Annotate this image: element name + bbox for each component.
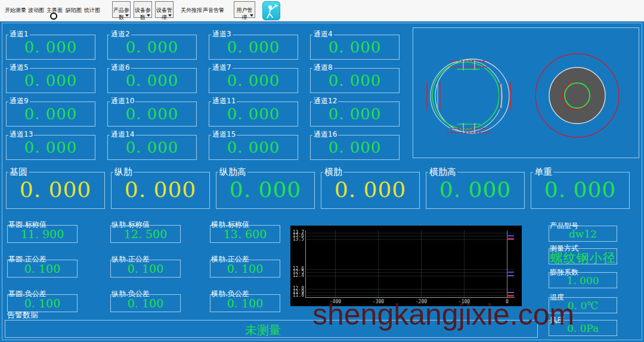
- measurement-box: 纵肋0. 000: [111, 172, 210, 209]
- channel-value: 0. 000: [209, 72, 298, 90]
- measurement-value: 0. 000: [531, 177, 629, 202]
- y-gridline: [305, 236, 514, 236]
- y-gridline: [305, 233, 514, 233]
- parameter-value: 0. 100: [210, 297, 280, 310]
- chevron-down-icon: [147, 14, 150, 17]
- x-tick-label: 0: [498, 300, 516, 304]
- channel-value: 0. 000: [7, 38, 95, 56]
- measurement-box: 横肋0. 000: [321, 172, 420, 209]
- product-params-button[interactable]: 产品参数: [112, 1, 131, 18]
- measurement-value: 0. 000: [426, 177, 524, 202]
- channel-box: 通道60. 000: [107, 68, 197, 93]
- info-field[interactable]: 0. 0Pa: [549, 320, 617, 336]
- measurement-value: 0. 000: [321, 177, 419, 202]
- channel-box: 通道30. 000: [209, 35, 298, 60]
- channel-label: 通道16: [312, 131, 338, 138]
- user-manage-button[interactable]: 用户管理: [234, 1, 255, 18]
- diameter-rings-diagram: [535, 54, 619, 137]
- device-manage-label: 设备管理: [156, 7, 172, 20]
- info-field[interactable]: 0. 0℃: [549, 297, 617, 313]
- parameter-field[interactable]: 0. 100: [110, 260, 181, 278]
- device-params-label: 设备参数: [135, 7, 151, 20]
- channel-label: 通道8: [312, 64, 334, 72]
- channel-label: 通道1: [8, 30, 30, 38]
- measurement-box: 基圆0. 000: [6, 172, 105, 209]
- parameter-value: 0. 100: [111, 297, 180, 310]
- channel-label: 通道15: [211, 131, 237, 138]
- parameter-field[interactable]: 13. 600: [210, 225, 280, 243]
- info-field[interactable]: 1. 000: [549, 272, 617, 288]
- chevron-down-icon: [250, 14, 253, 17]
- info-value: 螺纹钢小径: [549, 249, 617, 266]
- menu-sound-alarm[interactable]: 声音告警: [203, 7, 224, 14]
- measurement-value: 0. 000: [7, 177, 104, 202]
- channel-box: 通道110. 000: [209, 101, 298, 127]
- parameter-value: 0. 100: [8, 262, 77, 275]
- channel-value: 0. 000: [108, 72, 196, 90]
- device-params-button[interactable]: 设备参数: [134, 1, 152, 18]
- measurement-label: 横肋高: [428, 167, 457, 177]
- channel-value: 0. 000: [311, 72, 399, 90]
- parameter-value: 0. 100: [8, 297, 77, 310]
- measurement-box: 横肋高0. 000: [426, 172, 525, 209]
- x-gridline: [421, 230, 422, 297]
- measurement-value: 0. 000: [216, 177, 314, 202]
- channel-box: 通道140. 000: [107, 135, 197, 160]
- channel-box: 通道150. 000: [209, 135, 298, 160]
- parameter-field[interactable]: 0. 100: [210, 260, 280, 278]
- info-field[interactable]: 螺纹钢小径: [549, 248, 617, 264]
- channel-box: 通道90. 000: [6, 101, 95, 127]
- channel-label: 通道12: [312, 97, 338, 105]
- measurement-label: 纵肋高: [218, 167, 247, 177]
- channel-label: 通道2: [110, 30, 131, 38]
- menu-extrapolate-toggle[interactable]: 关外推报: [181, 7, 202, 14]
- run-app-button[interactable]: [262, 1, 280, 20]
- series-segment: [507, 275, 514, 276]
- cross-section-panel: [413, 27, 639, 158]
- info-value: 1. 000: [549, 275, 617, 286]
- measurement-box: 单重0. 000: [531, 172, 630, 209]
- person-with-flag-icon: [263, 2, 280, 20]
- product-params-label: 产品参数: [113, 7, 129, 20]
- parameter-field[interactable]: 0. 100: [110, 294, 181, 312]
- channel-value: 0. 000: [311, 105, 399, 123]
- x-gridline: [378, 230, 379, 297]
- device-manage-button[interactable]: 设备管理: [155, 1, 174, 18]
- info-value: 0. 0Pa: [549, 322, 617, 334]
- channel-label: 通道6: [110, 64, 131, 72]
- y-gridline: [305, 292, 514, 293]
- channel-label: 通道11: [211, 97, 237, 105]
- info-field[interactable]: dw12: [549, 226, 617, 242]
- parameter-field[interactable]: 12. 500: [110, 225, 181, 243]
- trend-chart: 13.713.613.512.612.512.412.011.911.8-400…: [290, 226, 522, 306]
- parameter-field[interactable]: 0. 100: [210, 294, 280, 312]
- y-tick-label: 12.4: [291, 273, 304, 278]
- parameter-field[interactable]: 11. 900: [7, 225, 78, 243]
- menu-wave-chart[interactable]: 波动图: [28, 7, 44, 14]
- channel-value: 0. 000: [7, 72, 95, 90]
- parameter-value: 0. 100: [111, 262, 180, 275]
- channel-label: 通道13: [8, 131, 34, 138]
- measurement-label: 基圆: [8, 167, 29, 177]
- channel-value: 0. 000: [209, 138, 298, 156]
- toolbar: 开始测量 波动图 主界面 缺陷图 统计图 产品参数 设备参数 设备管理 关外推报…: [0, 0, 644, 21]
- channel-box: 通道100. 000: [107, 101, 197, 127]
- zero-position-line: [507, 230, 507, 297]
- channel-box: 通道10. 000: [6, 35, 95, 60]
- channel-value: 0. 000: [209, 105, 298, 123]
- rebar-cross-section-diagram: [413, 28, 639, 158]
- channel-value: 0. 000: [7, 105, 95, 123]
- measurement-label: 纵肋: [113, 167, 134, 177]
- y-tick-label: 11.8: [291, 293, 304, 298]
- measurement-value: 0. 000: [112, 177, 209, 202]
- y-tick-label: 13.5: [291, 237, 304, 242]
- menu-stats-chart[interactable]: 统计图: [84, 7, 100, 14]
- main-screen-radio-indicator[interactable]: [50, 13, 57, 20]
- series-segment: [507, 272, 514, 273]
- chevron-down-icon: [125, 14, 129, 17]
- parameter-field[interactable]: 0. 100: [7, 260, 78, 278]
- channel-label: 通道5: [8, 64, 30, 72]
- menu-defect-chart[interactable]: 缺陷图: [66, 7, 82, 14]
- menu-start-measure[interactable]: 开始测量: [5, 7, 26, 14]
- chevron-down-icon: [168, 14, 172, 17]
